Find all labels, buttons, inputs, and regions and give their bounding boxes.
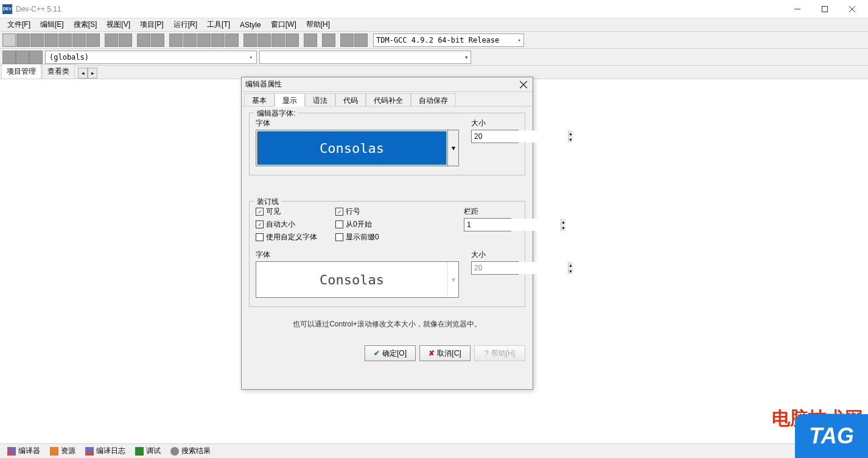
globals-select[interactable]: (globals) ▾ xyxy=(45,51,257,64)
spinner-up-icon[interactable]: ▲ xyxy=(569,130,573,136)
tab-completion[interactable]: 代码补全 xyxy=(366,93,411,106)
menu-file[interactable]: 文件[F] xyxy=(2,18,35,31)
check-icon[interactable] xyxy=(304,33,317,47)
tab-class-view[interactable]: 查看类 xyxy=(42,64,75,79)
window-titlebar: DEV Dev-C++ 5.11 xyxy=(0,0,868,18)
step-out-icon[interactable] xyxy=(285,33,299,47)
editor-properties-dialog: 编辑器属性 基本 显示 语法 代码 代码补全 自动保存 编辑器字体: 字体 Co… xyxy=(241,77,533,390)
dialog-body: 编辑器字体: 字体 Consolas ▾ 大小 ▲ ▼ xyxy=(242,107,533,345)
maximize-button[interactable] xyxy=(811,0,838,18)
column-spinner[interactable]: ▲ ▼ xyxy=(464,218,511,231)
compile-run-icon[interactable] xyxy=(197,33,211,47)
rebuild-icon[interactable] xyxy=(211,33,225,47)
column-input[interactable] xyxy=(464,219,561,231)
spinner-down-icon[interactable]: ▼ xyxy=(561,225,565,231)
close-file-icon[interactable] xyxy=(58,33,72,47)
tab-project-mgmt[interactable]: 项目管理 xyxy=(1,64,41,79)
replace-icon[interactable] xyxy=(151,33,164,47)
menu-search[interactable]: 搜索[S] xyxy=(69,18,102,31)
run-icon[interactable] xyxy=(183,33,197,47)
window-controls xyxy=(783,0,866,18)
menu-run[interactable]: 运行[R] xyxy=(169,18,202,31)
close-all-icon[interactable] xyxy=(72,33,86,47)
stop-icon[interactable] xyxy=(322,33,335,47)
app-icon: DEV xyxy=(2,4,12,14)
gutter-group: 装订线 ✓可见 ✓自动大小 使用自定义字体 ✓行号 从0开始 显示前缀0 栏距 xyxy=(249,201,525,307)
menu-tools[interactable]: 工具[T] xyxy=(202,18,235,31)
toggle-breakpoint-icon[interactable] xyxy=(243,33,257,47)
check-visible[interactable]: ✓可见 xyxy=(256,206,317,217)
gutter-font-size-spinner: ▲ ▼ xyxy=(471,261,519,275)
menubar: 文件[F] 编辑[E] 搜索[S] 视图[V] 项目[P] 运行[R] 工具[T… xyxy=(0,18,868,32)
tab-basic[interactable]: 基本 xyxy=(244,93,275,106)
help-icon: ? xyxy=(485,349,489,358)
dialog-close-button[interactable] xyxy=(518,79,529,90)
tab-scroll-right-icon[interactable]: ▸ xyxy=(88,68,97,79)
step-icon[interactable] xyxy=(257,33,271,47)
cancel-icon: ✘ xyxy=(429,349,435,358)
editor-font-size-input[interactable] xyxy=(472,130,568,143)
debug-icon[interactable] xyxy=(225,33,239,47)
check-from-zero[interactable]: 从0开始 xyxy=(335,219,379,230)
compile-icon[interactable] xyxy=(169,33,183,47)
tab-compiler[interactable]: 编译器 xyxy=(2,444,45,458)
spinner-up-icon[interactable]: ▲ xyxy=(561,219,565,225)
redo-icon[interactable] xyxy=(119,33,132,47)
editor-font-size-spinner[interactable]: ▲ ▼ xyxy=(471,130,519,143)
cancel-button[interactable]: ✘取消[C] xyxy=(419,345,471,361)
open-file-icon[interactable] xyxy=(16,33,30,47)
tab-code[interactable]: 代码 xyxy=(335,93,366,106)
check-custom-font[interactable]: 使用自定义字体 xyxy=(256,232,317,242)
tab-debug[interactable]: 调试 xyxy=(130,444,166,458)
tab-search-results[interactable]: 搜索结果 xyxy=(166,444,215,458)
check-auto-size[interactable]: ✓自动大小 xyxy=(256,219,317,230)
tab-compile-log[interactable]: 编译日志 xyxy=(80,444,130,458)
close-button[interactable] xyxy=(838,0,866,18)
save-icon[interactable] xyxy=(30,33,44,47)
editor-font-select[interactable]: Consolas ▾ xyxy=(256,130,459,166)
menu-help[interactable]: 帮助[H] xyxy=(301,18,335,31)
function-select[interactable]: ▾ xyxy=(259,51,471,64)
profile-icon[interactable] xyxy=(340,33,354,47)
tab-scroll-left-icon[interactable]: ◂ xyxy=(78,68,88,79)
step-over-icon[interactable] xyxy=(271,33,285,47)
checkbox-icon xyxy=(335,233,343,241)
tab-autosave[interactable]: 自动保存 xyxy=(411,93,456,106)
delete-profile-icon[interactable] xyxy=(354,33,368,47)
hint-text: 也可以通过Control+滚动修改文本大小，就像在浏览器中。 xyxy=(249,319,525,329)
checkbox-icon: ✓ xyxy=(256,220,264,228)
help-button[interactable]: ?帮助[H] xyxy=(474,345,525,361)
editor-font-value: Consolas xyxy=(257,131,447,165)
chevron-down-icon: ▾ xyxy=(250,54,253,60)
search-icon xyxy=(170,447,179,456)
check-line-no[interactable]: ✓行号 xyxy=(335,206,379,217)
gutter-font-size-input xyxy=(472,262,568,274)
forward-icon[interactable] xyxy=(29,51,43,64)
menu-view[interactable]: 视图[V] xyxy=(102,18,135,31)
menu-window[interactable]: 窗口[W] xyxy=(266,18,301,31)
spinner-down-icon[interactable]: ▼ xyxy=(569,136,573,143)
save-all-icon[interactable] xyxy=(44,33,58,47)
svg-rect-1 xyxy=(822,6,827,12)
tab-syntax[interactable]: 语法 xyxy=(305,93,335,106)
gutter-font-select[interactable]: Consolas ▾ xyxy=(256,261,459,298)
menu-astyle[interactable]: AStyle xyxy=(235,19,266,30)
back-icon[interactable] xyxy=(16,51,29,64)
checkbox-icon: ✓ xyxy=(256,208,264,216)
tab-display[interactable]: 显示 xyxy=(275,93,305,107)
ok-button[interactable]: ✔确定[O] xyxy=(365,345,416,361)
minimize-button[interactable] xyxy=(783,0,811,18)
find-icon[interactable] xyxy=(137,33,150,47)
compiler-profile-select[interactable]: TDM-GCC 4.9.2 64-bit Release ▾ xyxy=(373,33,524,47)
check-icon: ✔ xyxy=(374,349,380,358)
print-icon[interactable] xyxy=(86,33,100,47)
menu-edit[interactable]: 编辑[E] xyxy=(35,18,69,31)
bottom-tabs: 编译器 资源 编译日志 调试 搜索结果 xyxy=(0,443,868,458)
new-file-icon[interactable] xyxy=(2,33,16,47)
check-leading-zero[interactable]: 显示前缀0 xyxy=(335,232,379,242)
goto-func-icon[interactable] xyxy=(2,51,16,64)
menu-project[interactable]: 项目[P] xyxy=(135,18,169,31)
secondary-toolbar: (globals) ▾ ▾ xyxy=(0,49,868,66)
tab-resources[interactable]: 资源 xyxy=(45,444,80,458)
undo-icon[interactable] xyxy=(105,33,118,47)
